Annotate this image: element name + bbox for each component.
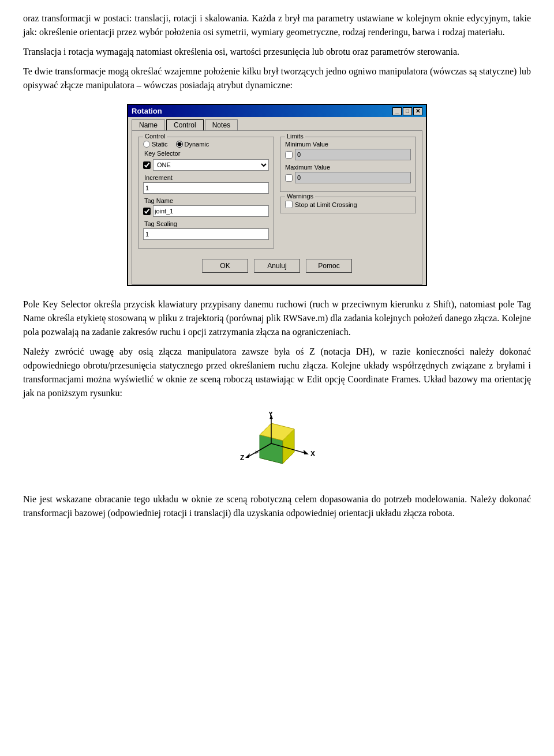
warnings-group-title: Warnings	[285, 193, 315, 200]
maximize-button[interactable]: □	[403, 107, 412, 115]
tag-scaling-label: Tag Scaling	[144, 220, 269, 227]
tag-name-checkbox[interactable]	[143, 208, 151, 215]
control-group: Control Static Dynamic Key Selector	[138, 137, 274, 249]
tab-name[interactable]: Name	[132, 119, 165, 130]
right-panel: Limits Minimum Value Maximum Value	[280, 137, 416, 253]
min-value-label: Minimum Value	[285, 141, 411, 148]
radio-dynamic[interactable]	[176, 141, 183, 148]
paragraph-2: Translacja i rotacja wymagają natomiast …	[23, 45, 531, 59]
max-value-label: Maximum Value	[285, 164, 411, 171]
max-value-checkbox[interactable]	[285, 174, 293, 182]
minimize-button[interactable]: _	[392, 107, 402, 115]
control-group-title: Control	[143, 133, 167, 140]
max-value-row	[285, 172, 411, 183]
min-value-item: Minimum Value	[285, 141, 411, 160]
radio-static[interactable]	[143, 141, 150, 148]
warnings-group: Warnings Stop at Limit Crossing	[280, 197, 416, 213]
key-selector-label: Key Selector	[144, 150, 269, 157]
dialog-title: Rotation	[132, 107, 162, 115]
rotation-dialog: Rotation _ □ ✕ Name Control Notes Contro…	[127, 104, 427, 286]
dialog-buttons: OK Anuluj Pomoc	[138, 253, 416, 279]
tab-control[interactable]: Control	[166, 119, 204, 130]
ok-button[interactable]: OK	[202, 259, 248, 273]
help-button[interactable]: Pomoc	[306, 259, 352, 273]
paragraph-3: Te dwie transformacje mogą określać wzaj…	[23, 65, 531, 92]
increment-label: Increment	[144, 174, 269, 181]
svg-text:>: >	[255, 449, 259, 456]
min-value-checkbox[interactable]	[285, 151, 293, 159]
key-selector-row: ONE	[143, 159, 269, 171]
max-value-input[interactable]	[295, 172, 411, 183]
radio-static-label: Static	[152, 141, 168, 148]
tag-name-input[interactable]	[153, 205, 269, 217]
paragraph-6: Nie jest wskazane obracanie tego układu …	[23, 492, 531, 520]
dialog-body: Control Static Dynamic Key Selector	[132, 130, 422, 285]
svg-text:Y: Y	[268, 412, 273, 418]
cancel-button[interactable]: Anuluj	[254, 259, 300, 273]
diagram-container: Y X Z >	[23, 412, 531, 481]
paragraph-1: oraz transformacji w postaci: translacji…	[23, 12, 531, 39]
radio-row: Static Dynamic	[143, 141, 269, 148]
svg-text:X: X	[310, 450, 315, 458]
coordinate-diagram: Y X Z >	[231, 412, 323, 481]
svg-marker-9	[245, 453, 250, 458]
key-selector-dropdown[interactable]: ONE	[153, 159, 269, 171]
tag-name-label: Tag Name	[144, 197, 269, 204]
limits-group-title: Limits	[285, 133, 305, 140]
left-panel: Control Static Dynamic Key Selector	[138, 137, 274, 253]
coordinate-svg: Y X Z >	[231, 412, 323, 481]
stop-at-limit-row: Stop at Limit Crossing	[285, 201, 411, 208]
radio-static-item: Static	[143, 141, 168, 148]
key-selector-checkbox[interactable]	[143, 161, 151, 169]
dialog-titlebar: Rotation _ □ ✕	[128, 105, 426, 117]
svg-marker-7	[304, 450, 309, 454]
increment-input[interactable]	[143, 182, 269, 194]
min-value-input[interactable]	[295, 149, 411, 160]
stop-at-limit-checkbox[interactable]	[285, 201, 293, 208]
dialog-content: Control Static Dynamic Key Selector	[138, 137, 416, 253]
radio-dynamic-label: Dynamic	[185, 141, 209, 148]
tag-name-row	[143, 205, 269, 217]
dialog-tabs: Name Control Notes	[128, 117, 426, 130]
max-value-item: Maximum Value	[285, 164, 411, 183]
close-button[interactable]: ✕	[413, 107, 422, 115]
paragraph-5: Należy zwrócić uwagę aby osią złącza man…	[23, 345, 531, 400]
tag-scaling-input[interactable]	[143, 228, 269, 240]
titlebar-buttons: _ □ ✕	[392, 107, 422, 115]
stop-at-limit-label: Stop at Limit Crossing	[295, 201, 357, 208]
limits-group: Limits Minimum Value Maximum Value	[280, 137, 416, 192]
radio-dynamic-item: Dynamic	[176, 141, 209, 148]
paragraph-4: Pole Key Selector określa przycisk klawi…	[23, 298, 531, 339]
tab-notes[interactable]: Notes	[205, 119, 238, 130]
svg-text:Z: Z	[240, 454, 244, 462]
min-value-row	[285, 149, 411, 160]
dialog-container: Rotation _ □ ✕ Name Control Notes Contro…	[23, 104, 531, 286]
